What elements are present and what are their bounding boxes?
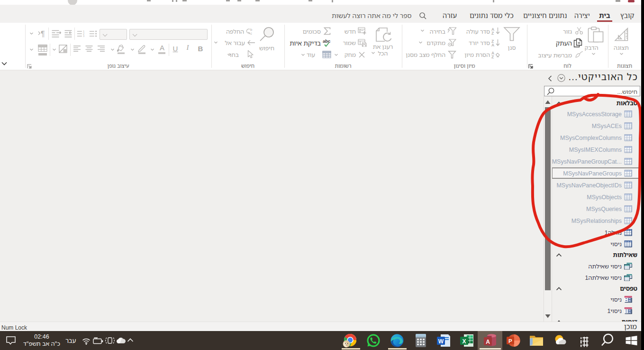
svg-text:¶: ¶ (41, 30, 45, 38)
svg-text:W: W (438, 338, 444, 345)
svg-text:3: 3 (83, 35, 84, 37)
svg-text:X: X (462, 338, 466, 345)
svg-text:A: A (486, 339, 490, 345)
svg-text:abc: abc (323, 38, 330, 44)
svg-text:c: c (250, 31, 252, 35)
svg-text:A: A (491, 43, 494, 47)
svg-text:Z: Z (491, 31, 494, 35)
svg-text:P: P (508, 338, 512, 344)
svg-text:Z: Z (491, 55, 494, 59)
